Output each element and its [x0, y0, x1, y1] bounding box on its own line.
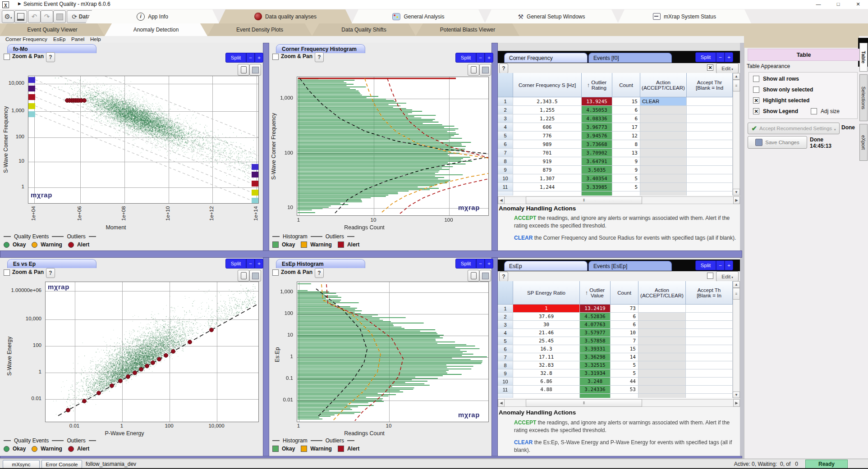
table-row[interactable]: 1113.241973	[498, 305, 733, 313]
table-header-esep-2[interactable]: ↑OutlierValue	[580, 281, 611, 305]
table-row[interactable]: 114.883.2433653	[498, 386, 733, 394]
scroll-up-arrow[interactable]: ▲	[733, 73, 740, 80]
close-button[interactable]: ✕	[848, 0, 868, 9]
maximize-button[interactable]: □	[828, 0, 848, 9]
mxsync-button[interactable]: mXsync	[3, 460, 40, 469]
minimize-button[interactable]: —	[808, 0, 828, 9]
table-header-esep-3[interactable]: Count	[611, 281, 638, 305]
table-row[interactable]: 89193.647919	[498, 157, 733, 166]
main-tab-mxrap-system-status[interactable]: mXrap System Status	[618, 9, 751, 23]
scroll-right-arrow[interactable]: ▶	[733, 196, 740, 204]
split-plus-button[interactable]: +	[725, 52, 733, 62]
undo-button[interactable]: ↶	[28, 10, 41, 23]
table-help-button-esep[interactable]: ?	[499, 272, 508, 282]
table-tab-events-esep-[interactable]: Events [EsEp]	[588, 261, 672, 271]
table-row[interactable]: 101,3073.403545	[498, 174, 733, 183]
table-cell[interactable]	[638, 305, 686, 313]
menu-esep[interactable]: EsEp	[53, 36, 66, 43]
scroll-down-arrow[interactable]: ▼	[733, 189, 740, 196]
table-header-cf-0[interactable]	[498, 73, 513, 97]
chart-title-tab-esep-hist[interactable]: EsEp Histogram	[276, 259, 365, 268]
checkbox-highlight-selected[interactable]: ✕	[753, 97, 759, 104]
table-close-checkbox-esep[interactable]	[707, 273, 713, 279]
scroll-left-arrow[interactable]: ◀	[498, 196, 505, 204]
main-tab-general-setup-windows[interactable]: ⚒General Setup Windows	[485, 9, 618, 23]
table-header-cf-4[interactable]: Action(ACCEPT/CLEAR)	[640, 73, 687, 97]
checkbox-adj-size[interactable]	[811, 108, 817, 114]
zoom-pan-checkbox-esep-hist[interactable]	[272, 269, 279, 276]
table-edit-button-cf[interactable]: Edit▾	[716, 63, 739, 73]
split-plus-button[interactable]: +	[255, 53, 263, 63]
scroll-thumb[interactable]: ≡	[733, 80, 740, 91]
main-tab-app-info[interactable]: iApp Info	[86, 9, 219, 23]
table-header-cf-5[interactable]: Accept Thr[Blank = Ind	[687, 73, 733, 97]
horizontal-splitter[interactable]	[0, 250, 742, 258]
split-plus-button[interactable]: +	[485, 53, 493, 63]
table-row[interactable]: 717.113.3629814	[498, 353, 733, 361]
copy-plot-button-es-ep[interactable]	[238, 270, 249, 282]
split-minus-button[interactable]: −	[476, 259, 485, 269]
table-cell[interactable]	[640, 140, 687, 149]
table-cell[interactable]	[638, 321, 686, 329]
scroll-thumb[interactable]: ⦀	[526, 399, 642, 407]
table-cell[interactable]	[638, 378, 686, 386]
table-row[interactable]: 3304.077636	[498, 321, 733, 329]
plot-canvas-es-ep[interactable]	[46, 282, 258, 422]
table-header-esep-1[interactable]: SP Energy Ratio	[513, 281, 580, 305]
copy-plot-button-fo-mo[interactable]	[238, 64, 249, 76]
split-button[interactable]: Split	[695, 52, 716, 62]
table-row[interactable]: 237.694.528366	[498, 313, 733, 321]
layout-button[interactable]	[14, 10, 27, 23]
table-header-esep-4[interactable]: Action(ACCEPT/CLEAR)	[638, 281, 686, 305]
split-minus-button[interactable]: −	[716, 260, 725, 270]
side-tab-table[interactable]: Table	[859, 43, 868, 72]
menu-corner-frequency[interactable]: Corner Frequency	[5, 36, 47, 43]
table-edit-button-esep[interactable]: Edit▾	[716, 271, 739, 282]
subtab-anomaly-detection[interactable]: Anomaly Detection	[105, 23, 207, 36]
checkbox-show-legend[interactable]: ✕	[753, 108, 759, 114]
table-header-cf-2[interactable]: ↑OutlierRating	[582, 73, 612, 97]
save-plot-button-cf-hist[interactable]	[479, 64, 491, 76]
scroll-right-arrow[interactable]: ▶	[733, 399, 740, 407]
zoom-pan-checkbox-es-ep[interactable]	[4, 269, 10, 276]
table-row[interactable]: 31,2254.083366	[498, 114, 733, 123]
zoom-pan-checkbox-cf-hist[interactable]	[272, 54, 279, 60]
split-minus-button[interactable]: −	[716, 52, 725, 62]
checkbox-show-only-selected[interactable]	[753, 87, 759, 93]
table-row[interactable]: 106.863.24844	[498, 378, 733, 386]
save-plot-button-esep-hist[interactable]	[479, 270, 491, 282]
table-cell[interactable]	[638, 361, 686, 369]
table-cell[interactable]	[640, 114, 687, 123]
menu-help[interactable]: Help	[90, 36, 101, 43]
copy-plot-button-esep-hist[interactable]	[468, 270, 479, 282]
table-row[interactable]: 12,343.513.924515CLEAR	[498, 97, 733, 106]
scroll-down-arrow[interactable]: ▼	[733, 392, 740, 398]
table-cell[interactable]	[638, 345, 686, 353]
side-tab-export[interactable]: eXport	[859, 124, 868, 161]
side-tab-selections[interactable]: Selections	[859, 74, 868, 121]
table-cell[interactable]	[640, 132, 687, 140]
table-cell[interactable]	[640, 166, 687, 174]
plot-canvas-fo-mo[interactable]	[28, 76, 258, 203]
save-changes-button[interactable]: Save Changes	[748, 136, 807, 149]
table-header-cf-1[interactable]: Corner Frequency S [Hz]	[513, 73, 582, 97]
table-cell[interactable]	[640, 123, 687, 132]
table-cell[interactable]	[638, 386, 686, 394]
split-plus-button[interactable]: +	[485, 259, 493, 269]
table-close-checkbox-cf[interactable]: ✕	[707, 64, 713, 71]
table-row[interactable]: 77013.7090213	[498, 149, 733, 157]
accept-recommended-button[interactable]: ✔Accept Recommended Settings▾	[748, 123, 840, 134]
chart-title-tab-fo-mo[interactable]: fo-Mo	[7, 44, 96, 53]
copy-plot-button-cf-hist[interactable]	[468, 64, 479, 76]
table-row[interactable]: 46063.9677317	[498, 123, 733, 132]
table-tab-esep[interactable]: EsEp	[504, 261, 588, 271]
help-button-es-ep[interactable]: ?	[46, 268, 55, 278]
split-minus-button[interactable]: −	[246, 259, 255, 269]
main-tab-data-quality-analyses[interactable]: Data quality analyses	[219, 9, 352, 23]
error-console-button[interactable]: Error Console	[41, 460, 82, 469]
table-row[interactable]: 57763.9457612	[498, 132, 733, 140]
menu-panel[interactable]: Panel	[71, 36, 84, 43]
plot-area-esep-hist[interactable]	[297, 282, 489, 422]
chart-title-tab-es-ep[interactable]: Es vs Ep	[7, 259, 96, 268]
split-minus-button[interactable]: −	[246, 53, 255, 63]
